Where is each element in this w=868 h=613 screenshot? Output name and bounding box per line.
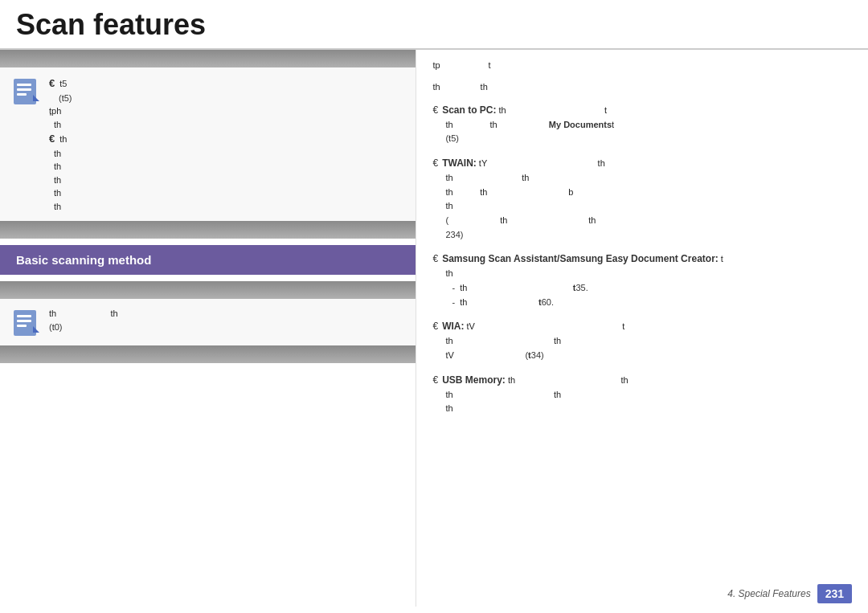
svg-rect-7 [17,320,31,322]
svg-rect-8 [17,325,27,327]
feature-usb-memory: € USB Memory: th th th th th [432,373,852,416]
bottom-info-box: th th (t0) [0,299,416,345]
svg-rect-5 [14,310,36,336]
svg-rect-0 [14,79,36,104]
feature-scan-to-pc: € Scan to PC: th t th th My Documentst (… [432,103,852,146]
page-footer: 4. Special Features 231 [727,584,852,603]
top-gray-bar [0,50,416,67]
bottom-gray-bar-2 [0,345,416,363]
bottom-gray-bar-1 [0,281,416,299]
bottom-info-text: th th (t0) [49,307,118,333]
top-info-text: € t5 (t5) țph th € th th th th th th [49,76,72,213]
right-column: tp t th th € Scan to PC: th t [416,50,868,607]
right-top-lines: tp t [432,58,852,73]
svg-rect-6 [17,315,31,317]
footer-section-label: 4. Special Features [727,588,810,599]
page-title: Scan features [0,0,868,50]
right-top-lines-2: th th [432,80,852,95]
left-column: € t5 (t5) țph th € th th th th th th Bas… [0,50,416,607]
svg-rect-2 [17,88,31,91]
feature-samsung-scan: € Samsung Scan Assistant/Samsung Easy Do… [432,251,852,309]
svg-rect-1 [17,84,31,86]
section-header-basic-scanning: Basic scanning method [0,245,416,275]
feature-twain: € TWAIN: tY th th th th th [432,156,852,242]
footer-page-number: 231 [817,584,852,603]
feature-wia: € WIA: tV t th th [432,319,852,362]
note-icon [12,77,41,106]
middle-gray-bar [0,221,416,239]
note-icon-2 [12,309,41,337]
svg-rect-3 [17,93,27,96]
top-info-box: € t5 (t5) țph th € th th th th th th [0,67,416,221]
